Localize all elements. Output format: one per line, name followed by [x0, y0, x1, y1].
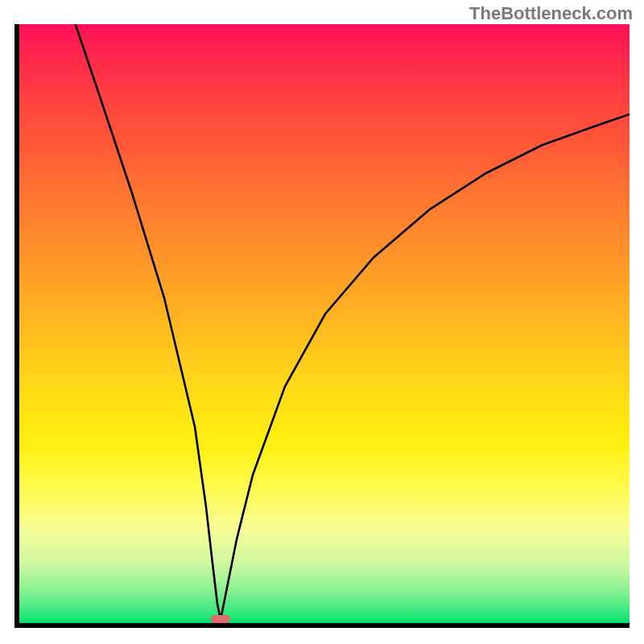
- minimum-marker: [211, 615, 230, 623]
- chart-plot-area: [14, 24, 630, 628]
- chart-container: TheBottleneck.com: [0, 0, 644, 644]
- watermark-text: TheBottleneck.com: [469, 3, 633, 24]
- gradient-background: [19, 24, 630, 623]
